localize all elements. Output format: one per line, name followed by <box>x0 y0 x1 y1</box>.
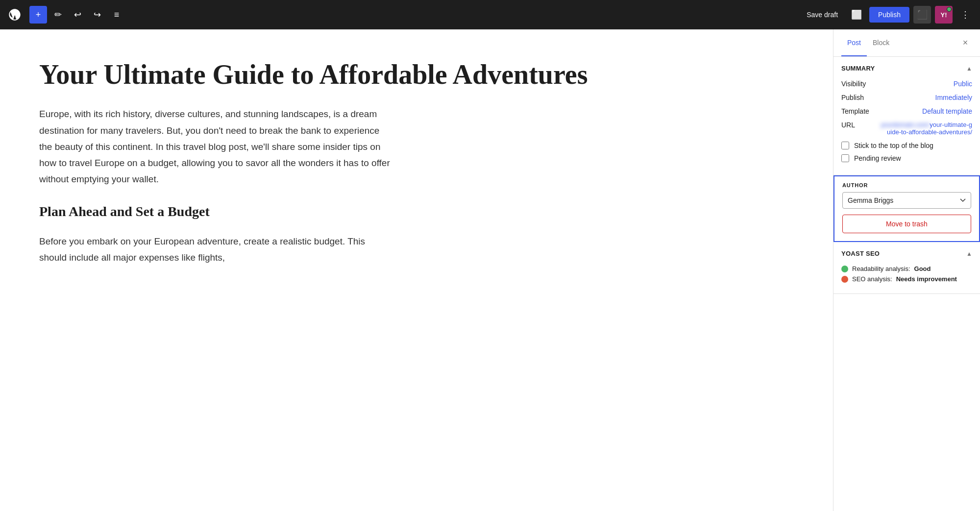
stick-to-top-checkbox[interactable] <box>841 142 849 149</box>
wp-logo-svg <box>8 8 22 22</box>
url-label: URL <box>841 121 881 129</box>
editor-area[interactable]: Your Ultimate Guide to Affordable Advent… <box>0 29 833 511</box>
visibility-label: Visibility <box>841 80 881 88</box>
summary-chevron-icon: ▲ <box>966 65 972 72</box>
undo-button[interactable]: ↩ <box>69 6 86 24</box>
view-button[interactable]: ⬜ <box>848 6 865 24</box>
post-body: Europe, with its rich history, diverse c… <box>39 106 392 266</box>
publish-label: Publish <box>841 94 881 101</box>
visibility-row: Visibility Public <box>841 80 972 88</box>
sidebar: Post Block × Summary ▲ Visibility Public… <box>833 29 980 511</box>
toolbar: + ✏ ↩ ↪ ≡ Save draft ⬜ Publish ⬛ Y! ⋮ <box>0 0 980 29</box>
author-label: AUTHOR <box>842 182 971 188</box>
redo-icon: ↪ <box>94 9 101 20</box>
template-row: Template Default template <box>841 107 972 115</box>
pending-review-checkbox[interactable] <box>841 154 849 162</box>
view-icon: ⬜ <box>851 9 862 20</box>
edit-mode-button[interactable]: ✏ <box>49 6 67 24</box>
sidebar-icon: ⬛ <box>917 9 928 20</box>
toolbar-left: + ✏ ↩ ↪ ≡ <box>6 6 125 24</box>
tab-post[interactable]: Post <box>841 30 867 56</box>
summary-content: Visibility Public Publish Immediately Te… <box>833 80 980 175</box>
sidebar-close-button[interactable]: × <box>958 36 972 50</box>
publish-button[interactable]: Publish <box>869 7 909 23</box>
add-block-button[interactable]: + <box>29 6 47 24</box>
publish-row: Publish Immediately <box>841 94 972 101</box>
pending-review-row: Pending review <box>841 154 972 162</box>
summary-section-header[interactable]: Summary ▲ <box>833 57 980 80</box>
yoast-seo-section: Yoast SEO ▲ Readability analysis: Good S… <box>833 242 980 294</box>
url-value[interactable]: yourdomain.com/your-ultimate-guide-to-af… <box>881 121 972 136</box>
readability-value: Good <box>914 265 931 272</box>
template-label: Template <box>841 107 881 115</box>
toolbar-right: Save draft ⬜ Publish ⬛ Y! ⋮ <box>801 6 974 24</box>
pencil-icon: ✏ <box>54 9 62 20</box>
stick-to-top-row: Stick to the top of the blog <box>841 142 972 149</box>
yoast-logo: Y! <box>941 11 947 19</box>
list-icon: ≡ <box>114 10 120 20</box>
seo-value: Needs improvement <box>896 275 957 283</box>
author-select[interactable]: Gemma Briggs Admin Editor <box>842 192 971 209</box>
seo-analysis-row: SEO analysis: Needs improvement <box>841 275 972 283</box>
yoast-section-header[interactable]: Yoast SEO ▲ <box>833 242 980 265</box>
paragraph-2[interactable]: Before you embark on your European adven… <box>39 233 392 266</box>
yoast-content: Readability analysis: Good SEO analysis:… <box>833 265 980 293</box>
stick-to-top-label[interactable]: Stick to the top of the blog <box>854 142 933 149</box>
post-title[interactable]: Your Ultimate Guide to Affordable Advent… <box>39 59 794 90</box>
seo-label: SEO analysis: <box>852 275 892 283</box>
readability-dot-icon <box>841 266 848 272</box>
yoast-chevron-icon: ▲ <box>966 250 972 257</box>
yoast-icon[interactable]: Y! <box>935 6 953 24</box>
more-options-button[interactable]: ⋮ <box>956 6 974 24</box>
yoast-status-dot <box>947 7 952 12</box>
pending-review-label[interactable]: Pending review <box>854 154 901 162</box>
readability-row: Readability analysis: Good <box>841 265 972 272</box>
url-row: URL yourdomain.com/your-ultimate-guide-t… <box>841 121 972 136</box>
main-layout: Your Ultimate Guide to Affordable Advent… <box>0 29 980 511</box>
undo-icon: ↩ <box>74 9 81 20</box>
template-value[interactable]: Default template <box>922 107 972 115</box>
publish-value[interactable]: Immediately <box>935 94 972 101</box>
sidebar-header: Post Block × <box>833 29 980 57</box>
paragraph-1[interactable]: Europe, with its rich history, diverse c… <box>39 106 392 187</box>
tab-block[interactable]: Block <box>867 30 895 56</box>
seo-dot-icon <box>841 276 848 283</box>
summary-title: Summary <box>841 65 875 72</box>
summary-section: Summary ▲ Visibility Public Publish Imme… <box>833 57 980 175</box>
ellipsis-icon: ⋮ <box>961 9 970 20</box>
author-section: AUTHOR Gemma Briggs Admin Editor Move to… <box>833 175 980 242</box>
yoast-title: Yoast SEO <box>841 250 880 257</box>
redo-button[interactable]: ↪ <box>88 6 106 24</box>
list-view-button[interactable]: ≡ <box>108 6 125 24</box>
move-to-trash-button[interactable]: Move to trash <box>842 215 971 233</box>
wordpress-logo <box>6 6 24 24</box>
add-icon: + <box>36 10 41 20</box>
save-draft-button[interactable]: Save draft <box>801 8 844 22</box>
visibility-value[interactable]: Public <box>954 80 972 88</box>
heading-2[interactable]: Plan Ahead and Set a Budget <box>39 199 392 223</box>
sidebar-toggle-button[interactable]: ⬛ <box>913 6 931 24</box>
readability-label: Readability analysis: <box>852 265 910 272</box>
